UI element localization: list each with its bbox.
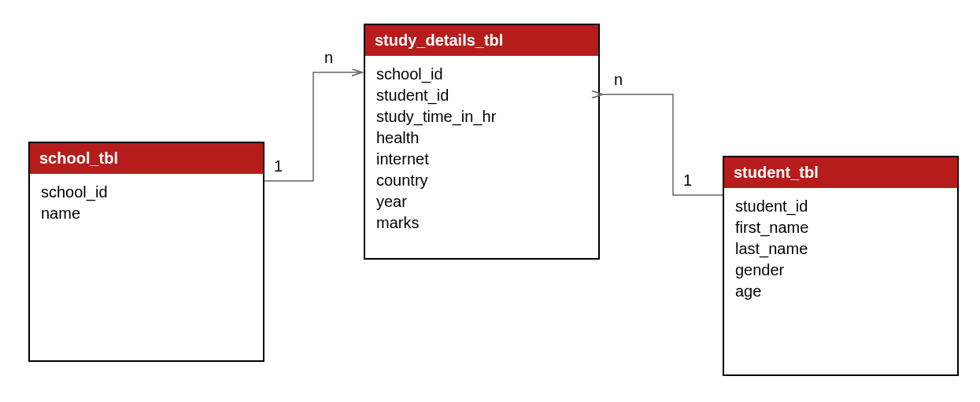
cardinality-label: n — [614, 71, 623, 89]
entity-header: study_details_tbl — [365, 25, 598, 56]
field: country — [376, 170, 587, 191]
cardinality-label: n — [324, 49, 333, 67]
entity-fields: student_id first_name last_name gender a… — [724, 188, 957, 310]
entity-header: student_tbl — [724, 157, 957, 188]
field: first_name — [735, 217, 946, 238]
field: year — [376, 191, 587, 212]
field: name — [41, 203, 252, 224]
field: age — [735, 281, 946, 302]
entity-student-tbl: student_tbl student_id first_name last_n… — [723, 156, 959, 376]
cardinality-label: 1 — [683, 171, 692, 190]
entity-header: school_tbl — [30, 143, 263, 174]
field: marks — [376, 212, 587, 234]
entity-school-tbl: school_tbl school_id name — [28, 142, 264, 362]
field: school_id — [41, 182, 252, 203]
entity-study-details-tbl: study_details_tbl school_id student_id s… — [364, 24, 600, 260]
field: study_time_in_hr — [376, 106, 587, 127]
field: student_id — [376, 85, 587, 106]
entity-fields: school_id student_id study_time_in_hr he… — [365, 56, 598, 242]
field: last_name — [735, 238, 946, 260]
field: gender — [735, 260, 946, 281]
field: internet — [376, 149, 587, 170]
entity-fields: school_id name — [30, 174, 263, 232]
field: school_id — [376, 64, 587, 85]
cardinality-label: 1 — [274, 157, 283, 175]
field: health — [376, 127, 587, 149]
field: student_id — [735, 196, 946, 217]
